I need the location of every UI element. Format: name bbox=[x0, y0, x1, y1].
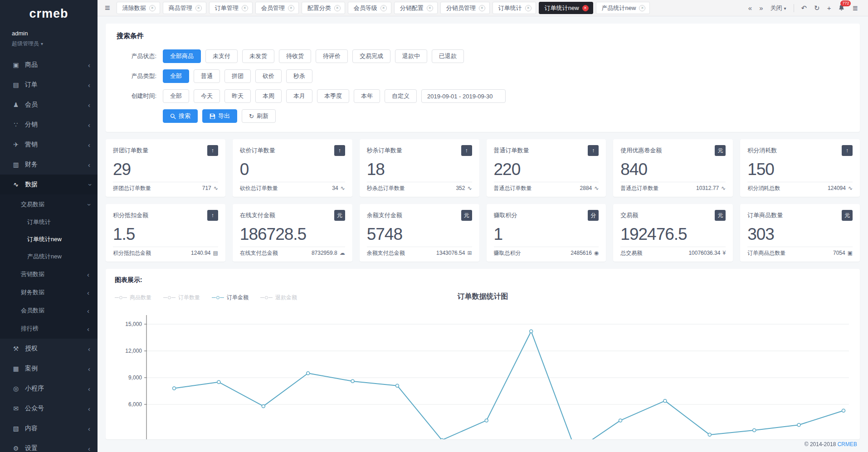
filter-button[interactable]: 全部 bbox=[163, 89, 189, 103]
tab-3[interactable]: 订单管理× bbox=[209, 2, 253, 14]
search-panel-title: 搜索条件 bbox=[117, 32, 849, 40]
stat-footer-value: 34 bbox=[332, 185, 338, 191]
sidebar-item-marketing[interactable]: ✈营销‹ bbox=[0, 135, 98, 155]
sidebar-item-member-data[interactable]: 会员数据‹ bbox=[0, 301, 98, 320]
refresh-icon[interactable]: ↻ bbox=[814, 5, 820, 11]
refresh-button[interactable]: ↻刷新 bbox=[242, 109, 276, 123]
refresh-icon: ↻ bbox=[249, 113, 254, 120]
yen-icon: ¥ bbox=[722, 250, 726, 256]
sidebar-item-trade-data[interactable]: 交易数据‹ bbox=[0, 195, 98, 214]
legend-item[interactable]: 订单数量 bbox=[163, 294, 200, 301]
filter-button[interactable]: 全部 bbox=[163, 69, 189, 83]
sidebar-item-members[interactable]: ♟会员‹ bbox=[0, 95, 98, 115]
filter-button[interactable]: 拼团 bbox=[224, 69, 251, 83]
tab-5[interactable]: 配置分类× bbox=[302, 2, 345, 14]
sidebar-item-authorization[interactable]: ⚒授权‹ bbox=[0, 339, 98, 359]
sidebar-item-orders[interactable]: ▤订单‹ bbox=[0, 75, 98, 95]
tabs-scroll-right-icon[interactable]: » bbox=[759, 5, 763, 11]
close-tabs-dropdown[interactable]: 关闭▾ bbox=[770, 5, 786, 11]
sidebar-item-order-statistics[interactable]: 订单统计 bbox=[0, 214, 98, 231]
filter-button[interactable]: 待收货 bbox=[279, 49, 311, 63]
tab-close-icon[interactable]: × bbox=[639, 5, 645, 11]
stat-footer-label: 秒杀总订单数量 bbox=[367, 185, 405, 192]
sidebar-item-mini-program[interactable]: ◎小程序‹ bbox=[0, 379, 98, 399]
tab-9[interactable]: 订单统计× bbox=[493, 2, 536, 14]
sidebar-item-settings[interactable]: ⚙设置‹ bbox=[0, 438, 98, 452]
tab-8[interactable]: 分销员管理× bbox=[440, 2, 490, 14]
sidebar-item-finance[interactable]: ▥财务‹ bbox=[0, 155, 98, 175]
tab-2[interactable]: 商品管理× bbox=[163, 2, 206, 14]
filter-button[interactable]: 本月 bbox=[286, 89, 312, 103]
sidebar-item-order-statistics-new[interactable]: 订单统计new bbox=[0, 231, 98, 248]
hamburger-icon[interactable]: ≡ bbox=[105, 3, 110, 13]
export-button[interactable]: 导出 bbox=[202, 109, 237, 123]
plus-icon[interactable]: + bbox=[827, 5, 831, 11]
sidebar-item-cases[interactable]: ▦案例‹ bbox=[0, 359, 98, 379]
legend-label: 订单金额 bbox=[227, 294, 249, 301]
tab-10[interactable]: 订单统计new× bbox=[539, 2, 593, 14]
legend-item[interactable]: 商品数量 bbox=[115, 294, 151, 301]
tab-close-icon[interactable]: × bbox=[525, 5, 532, 11]
filter-button[interactable]: 昨天 bbox=[224, 89, 251, 103]
sidebar-item-distribution[interactable]: ∵分销‹ bbox=[0, 115, 98, 135]
sidebar-item-goods[interactable]: ▣商品‹ bbox=[0, 55, 98, 75]
back-icon[interactable]: ↶ bbox=[801, 5, 807, 11]
filter-button[interactable]: 未支付 bbox=[205, 49, 238, 63]
sidebar-item-marketing-data[interactable]: 营销数据‹ bbox=[0, 265, 98, 283]
legend-item[interactable]: 订单金额 bbox=[212, 294, 249, 301]
notifications-bell-icon[interactable]: 772 bbox=[838, 4, 845, 12]
user-role-dropdown[interactable]: 超级管理员▾ bbox=[12, 40, 98, 48]
tab-close-icon[interactable]: × bbox=[479, 5, 485, 11]
legend-label: 订单数量 bbox=[178, 294, 200, 301]
filter-button[interactable]: 砍价 bbox=[255, 69, 282, 83]
filter-button[interactable]: 交易完成 bbox=[352, 49, 390, 63]
tab-close-icon[interactable]: × bbox=[582, 5, 589, 11]
stat-footer: 赚取总积分2485616◉ bbox=[494, 247, 599, 259]
legend-item[interactable]: 退款金额 bbox=[260, 294, 297, 301]
filter-button[interactable]: 本周 bbox=[255, 89, 282, 103]
tab-7[interactable]: 分销配置× bbox=[394, 2, 438, 14]
tab-1[interactable]: 清除数据× bbox=[117, 2, 160, 14]
sidebar-item-finance-data[interactable]: 财务数据‹ bbox=[0, 283, 98, 301]
sidebar-item-content[interactable]: ▧内容‹ bbox=[0, 418, 98, 438]
sidebar-item-official-account[interactable]: ✉公众号‹ bbox=[0, 399, 98, 418]
chevron-icon: ‹ bbox=[88, 61, 90, 69]
tab-11[interactable]: 产品统计new× bbox=[596, 2, 650, 14]
tab-4[interactable]: 会员管理× bbox=[255, 2, 299, 14]
stat-card-header: 砍价订单数量↑ bbox=[240, 145, 345, 156]
tabs-scroll-left-icon[interactable]: « bbox=[748, 5, 752, 11]
tab-close-icon[interactable]: × bbox=[242, 5, 248, 11]
legend-label: 商品数量 bbox=[130, 294, 151, 301]
filter-button[interactable]: 今天 bbox=[194, 89, 220, 103]
crmeb-link[interactable]: CRMEB bbox=[838, 441, 857, 447]
filter-button[interactable]: 已退款 bbox=[432, 49, 464, 63]
filter-button[interactable]: 本年 bbox=[354, 89, 380, 103]
tab-close-icon[interactable]: × bbox=[195, 5, 202, 11]
sidebar-item-product-statistics-new[interactable]: 产品统计new bbox=[0, 248, 98, 265]
tab-6[interactable]: 会员等级× bbox=[348, 2, 391, 14]
legend-marker-icon bbox=[115, 296, 127, 299]
filter-button[interactable]: 本季度 bbox=[317, 89, 349, 103]
filter-button[interactable]: 全部商品 bbox=[163, 49, 201, 63]
crmeb-admin-app: crmeb admin 超级管理员▾ ▣商品‹▤订单‹♟会员‹∵分销‹✈营销‹▥… bbox=[0, 0, 868, 452]
filter-button[interactable]: 待评价 bbox=[316, 49, 348, 63]
tab-close-icon[interactable]: × bbox=[288, 5, 294, 11]
search-button[interactable]: 搜索 bbox=[163, 109, 198, 123]
sidebar-item-data[interactable]: ∿数据‹ bbox=[0, 175, 98, 194]
sidebar-item-ranking[interactable]: 排行榜‹ bbox=[0, 320, 98, 338]
filter-button[interactable]: 自定义 bbox=[385, 89, 417, 103]
tab-close-icon[interactable]: × bbox=[334, 5, 341, 11]
filter-button[interactable]: 秒杀 bbox=[286, 69, 312, 83]
tab-close-icon[interactable]: × bbox=[149, 5, 156, 11]
message-list-icon[interactable]: ≣ bbox=[852, 5, 858, 11]
stat-footer-value: 10312.77 bbox=[696, 185, 719, 191]
topbar-controls: « » 关闭▾ ↶ ↻ + 772 ≣ bbox=[742, 4, 864, 12]
filter-button[interactable]: 普通 bbox=[194, 69, 220, 83]
filter-button[interactable]: 退款中 bbox=[395, 49, 427, 63]
date-range-input[interactable] bbox=[421, 89, 506, 103]
tab-label: 会员管理 bbox=[261, 4, 285, 12]
filter-button[interactable]: 未发货 bbox=[242, 49, 274, 63]
stat-card: 积分消耗数↑150积分消耗总数124094∿ bbox=[740, 139, 860, 197]
tab-close-icon[interactable]: × bbox=[380, 5, 387, 11]
tab-close-icon[interactable]: × bbox=[427, 5, 433, 11]
